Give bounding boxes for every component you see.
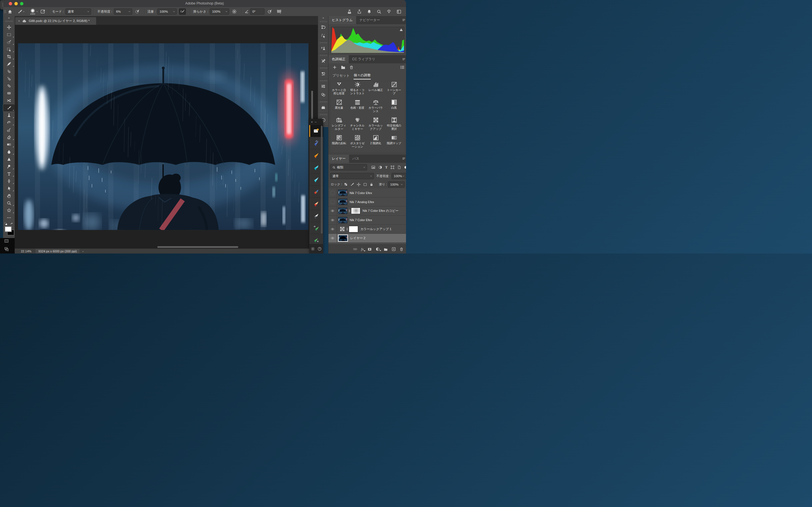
dock-group-grip[interactable] [318, 67, 328, 69]
symmetry-butterfly-icon[interactable] [276, 9, 282, 14]
lock-all-icon[interactable] [370, 182, 373, 186]
dock-group-grip[interactable] [318, 42, 328, 43]
filter-type-layers-icon[interactable]: T [385, 165, 388, 170]
layer-thumbnail[interactable] [338, 199, 347, 205]
adjustment-posterize[interactable]: ポスタリゼーション [349, 135, 366, 152]
layer-filter-select[interactable]: 種類 [330, 164, 367, 170]
remove-tool[interactable] [3, 68, 15, 75]
dock-group-grip[interactable] [318, 55, 328, 56]
move-tool[interactable] [3, 24, 15, 31]
pen-tool[interactable] [3, 177, 15, 185]
notifications-bell-icon[interactable] [367, 9, 371, 14]
adjustment-exposure[interactable]: 露光量 [331, 99, 347, 117]
adjustments-subtab[interactable]: プリセット [333, 73, 350, 79]
pressure-size-icon[interactable] [267, 9, 272, 14]
link-layers-icon[interactable] [353, 247, 357, 251]
adjustment-hue[interactable]: 色相・彩度 [349, 99, 366, 117]
screen-mode-icon[interactable] [4, 247, 9, 251]
foreground-color-swatch[interactable] [5, 226, 11, 232]
history-panel-panel-icon[interactable] [318, 23, 328, 31]
type-tool[interactable] [3, 170, 15, 177]
chevron-down-icon[interactable] [22, 10, 25, 13]
adjustment-selective[interactable]: 特定色域の選択 [386, 117, 402, 135]
new-group-icon[interactable] [384, 247, 388, 251]
filter-smart-objects-icon[interactable] [397, 165, 401, 169]
smoothing-gear-icon[interactable] [232, 9, 237, 14]
smoothing-select[interactable]: 100% [210, 8, 229, 15]
share-icon[interactable] [357, 9, 362, 14]
layer-mask-link-icon[interactable] [346, 227, 349, 231]
zoom-tool[interactable] [3, 200, 15, 207]
chevron-down-icon[interactable] [36, 10, 39, 13]
layer-visibility-eye-icon[interactable] [328, 216, 337, 224]
filter-shape-layers-icon[interactable] [391, 165, 395, 169]
brush-preview[interactable]: 2400 [30, 8, 35, 15]
adjustment-brightness[interactable]: 明るさ・コントラスト [349, 81, 366, 99]
adjustment-gradmap[interactable]: 階調マップ [386, 135, 402, 152]
panel-menu-icon[interactable] [402, 157, 406, 160]
airbrush-toggle-icon[interactable] [179, 8, 186, 15]
histogram-warning-icon[interactable] [400, 28, 403, 31]
default-colors-icon[interactable] [4, 223, 8, 226]
beta-flask-icon[interactable] [347, 9, 352, 14]
sharpen-tool[interactable] [3, 156, 15, 163]
canvas-image[interactable] [18, 43, 308, 230]
layer-row[interactable]: レイヤー 2 [328, 234, 406, 243]
adjustment-photofilter[interactable]: レンズフィルター [331, 117, 347, 135]
adjustment-curves[interactable]: トーンカーブ [386, 81, 402, 99]
adjustment-balance[interactable]: カラーバランス [367, 99, 384, 117]
lock-position-icon[interactable] [357, 182, 361, 186]
layer-visibility-checkbox[interactable] [328, 188, 337, 197]
layers-tab[interactable]: レイヤー [328, 155, 349, 163]
brush-tool[interactable] [3, 104, 15, 112]
zoom-level[interactable]: 22.14% [21, 249, 36, 253]
brush-settings-panel-icon[interactable] [318, 69, 328, 78]
adjustments-subtab[interactable]: 個々の調整 [354, 73, 370, 79]
adjustment-levels[interactable]: レベル補正 [367, 81, 384, 99]
rectangular-marquee-tool[interactable] [3, 31, 15, 38]
selection-brush-tool[interactable] [3, 38, 15, 46]
hand-tool[interactable] [3, 192, 15, 200]
clone-stamp-tool[interactable] [3, 112, 15, 119]
object-selection-tool[interactable] [3, 46, 15, 53]
adjustments-tab[interactable]: 色調補正 [328, 55, 349, 63]
filter-pixel-layers-icon[interactable] [371, 165, 375, 169]
collapse-panels-chevrons[interactable]: « [318, 16, 328, 20]
close-tab-icon[interactable]: × [18, 19, 20, 23]
pressure-opacity-icon[interactable] [135, 9, 140, 14]
eraser-tool[interactable] [3, 133, 15, 141]
shape-tool[interactable] [3, 207, 15, 214]
layer-styles-fx-icon[interactable]: fx [361, 247, 364, 251]
opacity-select[interactable]: 6% [114, 8, 132, 15]
layer-visibility-eye-icon[interactable] [328, 225, 337, 233]
dock-group-grip[interactable] [318, 21, 328, 22]
swap-colors-icon[interactable] [10, 223, 13, 226]
patch-tool[interactable] [3, 90, 15, 97]
brush-preset-icon[interactable] [17, 9, 22, 14]
plugins-panel-icon[interactable] [318, 103, 328, 112]
filter-toggle-icon[interactable] [404, 166, 406, 169]
histogram-tab[interactable]: ヒストグラム [328, 16, 356, 24]
delete-trash-icon[interactable] [349, 65, 354, 69]
list-view-icon[interactable] [400, 65, 405, 69]
layer-mask-thumbnail[interactable] [349, 226, 358, 232]
gradient-tool[interactable] [3, 141, 15, 148]
spot-healing-brush-tool[interactable] [3, 75, 15, 82]
layer-row[interactable]: カラールックアップ 1 [328, 225, 406, 234]
layer-thumbnail[interactable] [338, 217, 347, 223]
panel-menu-icon[interactable] [402, 18, 406, 22]
dock-group-grip[interactable] [318, 101, 328, 103]
lock-pixels-brush-icon[interactable] [350, 182, 354, 186]
brush-settings-panel-toggle-icon[interactable] [40, 9, 45, 14]
mixer-brush-tool[interactable] [3, 126, 15, 133]
lock-transparency-icon[interactable] [344, 182, 348, 186]
nik-minimize-icon[interactable]: − [315, 119, 316, 125]
delete-layer-trash-icon[interactable] [400, 247, 403, 251]
nik-close-icon[interactable]: × [311, 119, 313, 125]
adjustment-bw[interactable]: 白黒 [386, 99, 402, 117]
layer-visibility-eye-icon[interactable] [328, 234, 337, 242]
workspace-switcher-icon[interactable] [396, 9, 402, 14]
filter-adjustment-layers-icon[interactable] [378, 165, 382, 169]
toolbar-expand-chevrons[interactable]: » [3, 16, 15, 20]
layer-opacity-select[interactable]: 100% [392, 173, 406, 179]
